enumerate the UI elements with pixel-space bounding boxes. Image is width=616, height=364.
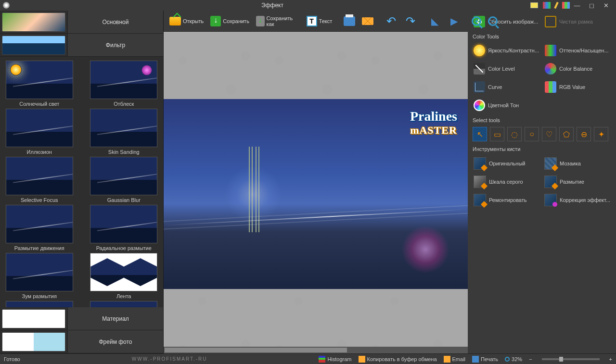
saveas-button[interactable]: Сохранить как — [253, 13, 298, 29]
right-panel: ♻Сбросить изображ... Чистая рамка Color … — [468, 11, 616, 353]
rgb-icon — [545, 81, 556, 93]
flip-horizontal-icon: ◣ — [428, 15, 441, 27]
rgb-button[interactable]: RGB Value — [544, 80, 611, 94]
brightness-button[interactable]: Яркость/Контрастн... — [473, 43, 540, 58]
titlebar-icon-4[interactable] — [562, 2, 570, 9]
maximize-button[interactable]: ◻ — [584, 2, 599, 9]
flip-h-button[interactable]: ◣ — [425, 13, 444, 29]
status-email[interactable]: Email — [444, 356, 466, 363]
redo-button[interactable]: ↷ — [401, 13, 420, 29]
curve-button[interactable]: Curve — [473, 80, 540, 94]
filter-gaussian-blur[interactable]: Gaussian Blur — [87, 157, 162, 203]
filter-extra-1[interactable] — [2, 301, 77, 307]
status-print[interactable]: Печать — [472, 356, 498, 363]
select-tools-heading: Select tools — [473, 117, 611, 123]
brush-blur[interactable]: Размытие — [543, 174, 611, 189]
status-clipboard[interactable]: Копировать в буфер обмена — [359, 356, 437, 363]
undo-button[interactable]: ↶ — [382, 13, 400, 29]
filter-skin-sanding[interactable]: Skin Sanding — [87, 109, 162, 155]
titlebar: Эффект — ◻ ✕ — [0, 0, 616, 11]
print-button[interactable] — [341, 14, 358, 28]
titlebar-icon-3[interactable] — [554, 2, 559, 9]
toolbar: Открыть Сохранить Сохранить как TТекст ↶… — [164, 11, 468, 32]
filter-zoom-blur[interactable]: Зум размытия — [2, 253, 77, 299]
tab-filter-thumb — [2, 36, 65, 55]
color-level-button[interactable]: Color Level — [473, 62, 540, 76]
status-zoom[interactable]: 32% — [505, 356, 522, 362]
zoom-plus[interactable]: + — [609, 356, 612, 362]
tab-frame[interactable]: Фрейм фото — [67, 330, 163, 353]
lens-flare-2 — [401, 226, 449, 274]
status-ready: Готово — [4, 356, 20, 362]
brush-repair[interactable]: Ремонтировать — [473, 192, 539, 208]
zoom-slider[interactable] — [542, 358, 600, 360]
brush-original[interactable]: Оригинальный — [473, 156, 539, 171]
window-title: Эффект — [14, 2, 530, 9]
brush-blur-icon — [544, 176, 557, 188]
balance-icon — [545, 63, 556, 75]
select-rounded[interactable]: ◌ — [507, 127, 522, 141]
brush-gray-icon — [474, 176, 486, 188]
print-icon — [344, 16, 355, 26]
undo-icon: ↶ — [385, 15, 398, 27]
color-balance-button[interactable]: Color Balance — [544, 62, 611, 76]
filter-illusion[interactable]: Иллюзион — [2, 109, 77, 155]
status-watermark: WWW.-PROFISMART.-RU — [27, 356, 312, 362]
open-button[interactable]: Открыть — [167, 15, 206, 27]
text-button[interactable]: TТекст — [304, 14, 335, 28]
curve-icon — [474, 81, 485, 93]
histogram-icon — [319, 356, 325, 363]
horizontal-scrollbar[interactable] — [164, 347, 468, 353]
filter-ribbon[interactable]: Лента — [87, 253, 162, 299]
filter-motion-blur[interactable]: Размытие движения — [2, 205, 77, 251]
filter-extra-2[interactable] — [87, 301, 162, 307]
email-button[interactable] — [359, 15, 376, 27]
filter-selective-focus[interactable]: Selective Focus — [2, 157, 77, 203]
flip-vertical-icon: ▶ — [448, 15, 460, 27]
brush-mosaic-icon — [544, 157, 557, 170]
filter-radial-blur[interactable]: Радиальное размытие — [87, 205, 162, 251]
lens-flare-1 — [224, 165, 282, 223]
filter-flare[interactable]: Отблеск — [87, 61, 162, 107]
select-tools-row: ↖ ▭ ◌ ○ ♡ ⬠ ⊖ ✦ — [473, 127, 611, 141]
sun-icon — [474, 45, 485, 56]
minimize-button[interactable]: — — [570, 2, 584, 9]
clean-frame-button[interactable]: Чистая рамка — [544, 14, 611, 29]
brush-mosaic[interactable]: Мозаика — [543, 156, 611, 171]
tab-material[interactable]: Материал — [67, 307, 163, 330]
canvas[interactable]: Pralines mASTER — [164, 32, 468, 353]
mail-icon — [362, 17, 373, 25]
tab-frame-thumb — [2, 332, 65, 351]
tab-material-thumb — [2, 309, 65, 328]
brush-tools-heading: Инструменты кисти — [473, 146, 611, 152]
filter-sunlight[interactable]: Солнечный свет — [2, 61, 77, 107]
brush-grayscale[interactable]: Шкала серого — [473, 174, 539, 189]
filter-grid: Солнечный свет Отблеск Иллюзион Skin San… — [0, 57, 163, 307]
clipboard-icon — [359, 356, 365, 363]
select-wand[interactable]: ✦ — [594, 127, 608, 141]
select-ellipse[interactable]: ○ — [525, 127, 539, 141]
brush-repair-icon — [474, 194, 486, 206]
zoom-minus[interactable]: − — [529, 356, 532, 362]
tab-filter[interactable]: Фильтр — [67, 34, 163, 56]
status-histogram[interactable]: Histogram — [319, 356, 351, 363]
image-preview: Pralines mASTER — [164, 99, 468, 289]
titlebar-icon-1[interactable] — [530, 2, 538, 8]
select-heart[interactable]: ♡ — [542, 127, 556, 141]
hue-icon — [545, 45, 556, 56]
brush-original-icon — [474, 157, 486, 170]
reset-image-button[interactable]: ♻Сбросить изображ... — [473, 14, 540, 29]
color-tone-button[interactable]: Цветной Тон — [473, 98, 611, 113]
brush-fx[interactable]: Коррекция эффект... — [543, 192, 611, 208]
tab-main[interactable]: Основной — [67, 11, 163, 33]
save-button[interactable]: Сохранить — [207, 14, 252, 28]
text-icon: T — [307, 16, 317, 26]
close-button[interactable]: ✕ — [599, 2, 613, 9]
titlebar-icon-2[interactable] — [543, 2, 551, 9]
select-lasso[interactable]: ⊖ — [577, 127, 591, 141]
flip-v-button[interactable]: ▶ — [445, 13, 463, 29]
select-rect[interactable]: ▭ — [490, 127, 504, 141]
select-arrow[interactable]: ↖ — [473, 127, 487, 141]
hue-button[interactable]: Оттенок/Насыщен... — [544, 43, 611, 58]
select-polygon[interactable]: ⬠ — [559, 127, 574, 141]
